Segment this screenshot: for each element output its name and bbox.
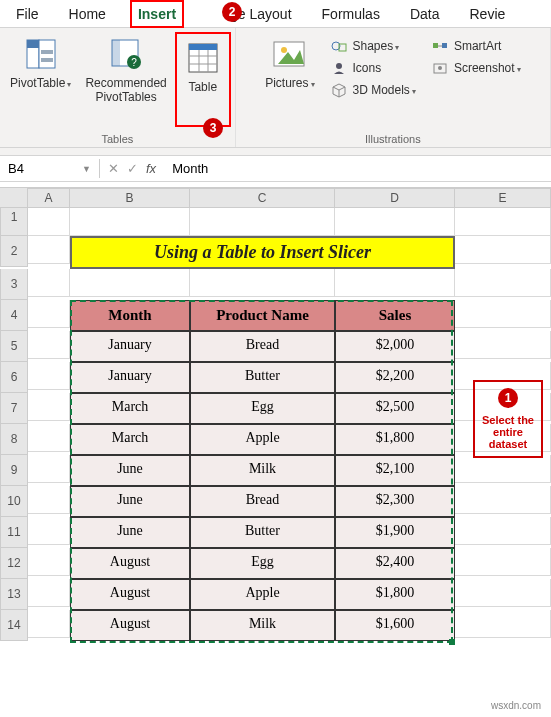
table-header-1[interactable]: Product Name <box>190 300 335 331</box>
cell-r1-c2[interactable] <box>335 208 455 236</box>
cell-A13[interactable] <box>28 579 70 607</box>
smartart-button[interactable]: SmartArt <box>428 36 525 56</box>
table-cell-r11-c0[interactable]: August <box>70 548 190 579</box>
tab-data[interactable]: Data <box>404 2 446 26</box>
table-cell-r5-c0[interactable]: January <box>70 362 190 393</box>
table-cell-r9-c1[interactable]: Bread <box>190 486 335 517</box>
table-cell-r6-c1[interactable]: Egg <box>190 393 335 424</box>
table-cell-r12-c2[interactable]: $1,800 <box>335 579 455 610</box>
row-header-11[interactable]: 11 <box>0 517 28 548</box>
row-header-7[interactable]: 7 <box>0 393 28 424</box>
row-header-12[interactable]: 12 <box>0 548 28 579</box>
table-cell-r6-c2[interactable]: $2,500 <box>335 393 455 424</box>
row-header-1[interactable]: 1 <box>0 208 28 236</box>
recommended-pivottables-button[interactable]: ? Recommended PivotTables <box>79 32 172 127</box>
tab-review[interactable]: Revie <box>463 2 511 26</box>
table-cell-r10-c1[interactable]: Butter <box>190 517 335 548</box>
cell-A11[interactable] <box>28 517 70 545</box>
table-cell-r5-c2[interactable]: $2,200 <box>335 362 455 393</box>
col-header-C[interactable]: C <box>190 188 335 208</box>
cell-A3[interactable] <box>28 269 70 297</box>
cell-A8[interactable] <box>28 424 70 452</box>
tab-home[interactable]: Home <box>63 2 112 26</box>
cell-r1-c0[interactable] <box>70 208 190 236</box>
table-cell-r13-c1[interactable]: Milk <box>190 610 335 641</box>
table-cell-r9-c0[interactable]: June <box>70 486 190 517</box>
cell-r3-c0[interactable] <box>70 269 190 297</box>
name-box[interactable]: B4▼ <box>0 159 100 178</box>
icons-button[interactable]: Icons <box>327 58 420 78</box>
row-header-9[interactable]: 9 <box>0 455 28 486</box>
table-header-0[interactable]: Month <box>70 300 190 331</box>
table-cell-r13-c0[interactable]: August <box>70 610 190 641</box>
table-cell-r12-c1[interactable]: Apple <box>190 579 335 610</box>
table-cell-r11-c1[interactable]: Egg <box>190 548 335 579</box>
fx-icon[interactable]: fx <box>146 161 156 176</box>
col-header-E[interactable]: E <box>455 188 551 208</box>
table-cell-r7-c1[interactable]: Apple <box>190 424 335 455</box>
table-cell-r11-c2[interactable]: $2,400 <box>335 548 455 579</box>
row-header-2[interactable]: 2 <box>0 236 28 267</box>
row-header-14[interactable]: 14 <box>0 610 28 641</box>
table-cell-r13-c2[interactable]: $1,600 <box>335 610 455 641</box>
cell-A14[interactable] <box>28 610 70 638</box>
pivottable-button[interactable]: PivotTable <box>4 32 77 127</box>
cell-r3-c1[interactable] <box>190 269 335 297</box>
col-header-A[interactable]: A <box>28 188 70 208</box>
row-header-13[interactable]: 13 <box>0 579 28 610</box>
table-button[interactable]: Table <box>179 36 227 98</box>
table-header-2[interactable]: Sales <box>335 300 455 331</box>
cell-E5[interactable] <box>455 331 551 359</box>
table-cell-r7-c2[interactable]: $1,800 <box>335 424 455 455</box>
row-header-8[interactable]: 8 <box>0 424 28 455</box>
cell-r3-c3[interactable] <box>455 269 551 297</box>
cell-E4[interactable] <box>455 300 551 328</box>
cell-A1[interactable] <box>28 208 70 236</box>
tab-formulas[interactable]: Formulas <box>316 2 386 26</box>
table-cell-r10-c2[interactable]: $1,900 <box>335 517 455 548</box>
cell-A9[interactable] <box>28 455 70 483</box>
cell-r1-c1[interactable] <box>190 208 335 236</box>
cell-A7[interactable] <box>28 393 70 421</box>
cell-E10[interactable] <box>455 486 551 514</box>
cell-E11[interactable] <box>455 517 551 545</box>
cell-r1-c3[interactable] <box>455 208 551 236</box>
shapes-button[interactable]: Shapes <box>327 36 420 56</box>
cell-A10[interactable] <box>28 486 70 514</box>
table-cell-r12-c0[interactable]: August <box>70 579 190 610</box>
enter-icon[interactable]: ✓ <box>127 161 138 176</box>
table-cell-r5-c1[interactable]: Butter <box>190 362 335 393</box>
spreadsheet-grid[interactable]: ABCDE12Using a Table to Insert Slicer34M… <box>0 188 551 641</box>
row-header-3[interactable]: 3 <box>0 269 28 300</box>
table-cell-r10-c0[interactable]: June <box>70 517 190 548</box>
cell-E13[interactable] <box>455 579 551 607</box>
cell-E12[interactable] <box>455 548 551 576</box>
col-header-B[interactable]: B <box>70 188 190 208</box>
cell-A2[interactable] <box>28 236 70 264</box>
row-header-4[interactable]: 4 <box>0 300 28 331</box>
cell-E2[interactable] <box>455 236 551 264</box>
row-header-10[interactable]: 10 <box>0 486 28 517</box>
col-header-D[interactable]: D <box>335 188 455 208</box>
table-cell-r9-c2[interactable]: $2,300 <box>335 486 455 517</box>
select-all-corner[interactable] <box>0 188 28 208</box>
tab-insert[interactable]: Insert <box>130 0 184 28</box>
table-cell-r8-c1[interactable]: Milk <box>190 455 335 486</box>
table-cell-r8-c0[interactable]: June <box>70 455 190 486</box>
cell-r3-c2[interactable] <box>335 269 455 297</box>
cell-A6[interactable] <box>28 362 70 390</box>
table-cell-r6-c0[interactable]: March <box>70 393 190 424</box>
formula-input[interactable] <box>164 159 551 178</box>
row-header-5[interactable]: 5 <box>0 331 28 362</box>
cell-A4[interactable] <box>28 300 70 328</box>
cell-A5[interactable] <box>28 331 70 359</box>
tab-file[interactable]: File <box>10 2 45 26</box>
table-cell-r8-c2[interactable]: $2,100 <box>335 455 455 486</box>
cell-E14[interactable] <box>455 610 551 638</box>
screenshot-button[interactable]: Screenshot <box>428 58 525 78</box>
table-cell-r4-c2[interactable]: $2,000 <box>335 331 455 362</box>
row-header-6[interactable]: 6 <box>0 362 28 393</box>
3dmodels-button[interactable]: 3D Models <box>327 80 420 100</box>
table-cell-r4-c1[interactable]: Bread <box>190 331 335 362</box>
table-cell-r4-c0[interactable]: January <box>70 331 190 362</box>
